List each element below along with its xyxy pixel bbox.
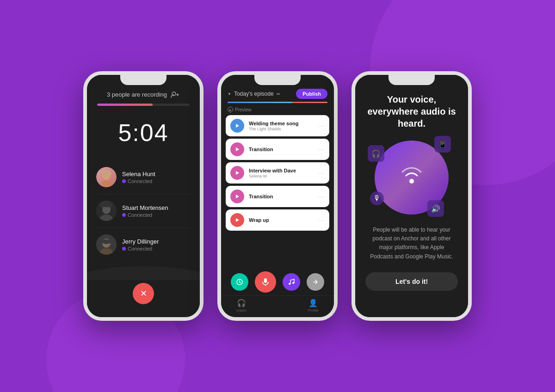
phone-2: ▼ Today's episode ✏ Publish ▶ Preview — [217, 71, 338, 321]
track-item-4: Wrap up ··· — [226, 209, 329, 231]
participant-info-selena: Selena Hunt Connected — [122, 171, 191, 184]
svg-point-5 — [101, 170, 111, 177]
track-list: Welding theme song The Light Shields ···… — [221, 115, 334, 267]
timer-display: 5:04 — [118, 119, 168, 147]
end-call-button[interactable]: ✕ — [133, 283, 154, 304]
track-play-button-2[interactable] — [230, 166, 244, 180]
svg-point-24 — [409, 179, 414, 184]
preview-label: ▶ Preview — [221, 107, 334, 115]
nav-profile-label: Profile — [308, 308, 319, 312]
phone-3-notch — [388, 75, 435, 85]
svg-marker-14 — [236, 124, 239, 128]
track-name-0: Welding theme song — [249, 121, 313, 126]
svg-marker-17 — [236, 195, 239, 198]
phone-3-content: Your voice, everywhere audio is heard. 📱… — [355, 75, 468, 317]
participant-name-selena: Selena Hunt — [122, 171, 191, 178]
phones-container: 3 people are recording 5:04 — [83, 71, 472, 321]
track-info-3: Transition — [249, 194, 313, 200]
avatar-selena — [96, 167, 117, 187]
recording-header: 3 people are recording — [107, 91, 180, 98]
edit-icon[interactable]: ✏ — [277, 92, 280, 97]
participant-item-jerry: Jerry Dillinger Connected — [96, 228, 191, 261]
avatar-stuart — [96, 201, 117, 221]
track-play-button-4[interactable] — [230, 213, 244, 227]
nav-item-listen[interactable]: 🎧 Listen — [236, 299, 246, 312]
episode-header: ▼ Today's episode ✏ Publish — [221, 89, 334, 99]
chevron-down-icon: ▼ — [228, 92, 231, 96]
track-info-1: Transition — [249, 147, 313, 153]
participant-status-jerry: Connected — [122, 246, 191, 251]
device-extra-icon: 🎙 — [370, 191, 384, 205]
track-subtitle-0: The Light Shields — [249, 127, 313, 131]
headphones-icon: 🎧 — [237, 299, 246, 307]
svg-marker-15 — [236, 147, 239, 151]
track-name-3: Transition — [249, 194, 313, 199]
track-more-3[interactable]: ··· — [318, 193, 325, 200]
svg-rect-20 — [264, 278, 267, 283]
svg-point-13 — [102, 239, 111, 244]
track-play-button-1[interactable] — [230, 142, 244, 156]
phone-1: 3 people are recording 5:04 — [83, 71, 204, 321]
phone-2-notch — [254, 75, 301, 85]
track-play-button-3[interactable] — [230, 190, 244, 203]
tagline: Your voice, everywhere audio is heard. — [355, 93, 468, 129]
illustration-circle: 📱 🎧 🔊 🎙 — [375, 141, 449, 214]
track-item-2: Interview with Dave Selena W ··· — [226, 162, 329, 184]
lets-do-it-button[interactable]: Let's do it! — [365, 272, 458, 291]
participant-item-selena: Selena Hunt Connected — [96, 160, 191, 194]
track-item-0: Welding theme song The Light Shields ··· — [226, 115, 329, 136]
track-subtitle-2: Selena W — [249, 174, 313, 178]
recording-title: 3 people are recording — [107, 91, 167, 98]
phone-2-content: ▼ Today's episode ✏ Publish ▶ Preview — [221, 75, 334, 317]
track-item-1: Transition ··· — [226, 139, 329, 160]
participant-info-stuart: Stuart Mortensen Connected — [122, 204, 191, 218]
device-phone-icon: 📱 — [434, 136, 451, 153]
participant-name-jerry: Jerry Dillinger — [122, 238, 191, 245]
status-dot-selena — [122, 179, 126, 183]
participant-status-stuart: Connected — [122, 212, 191, 218]
status-dot-jerry — [122, 247, 126, 251]
track-more-2[interactable]: ··· — [318, 169, 325, 177]
broadcast-icon — [398, 164, 426, 191]
svg-marker-18 — [236, 218, 239, 222]
episode-title-row: ▼ Today's episode ✏ — [228, 91, 280, 97]
recording-progress-bar — [97, 104, 190, 106]
preview-play-icon[interactable]: ▶ — [228, 107, 233, 112]
episode-bar-red — [292, 102, 327, 103]
status-dot-stuart — [122, 213, 126, 217]
device-speaker-icon: 🔊 — [427, 200, 444, 217]
svg-point-22 — [289, 283, 290, 285]
mic-button[interactable] — [255, 271, 276, 293]
participants-list: Selena Hunt Connected — [87, 160, 200, 261]
svg-point-23 — [292, 282, 294, 284]
episode-progress-bar — [228, 102, 327, 103]
track-name-4: Wrap up — [249, 217, 313, 223]
track-info-0: Welding theme song The Light Shields — [249, 121, 313, 131]
bottom-actions — [221, 267, 334, 295]
nav-listen-label: Listen — [236, 308, 246, 312]
episode-bar-blue — [228, 102, 292, 103]
episode-label: Today's episode — [234, 91, 274, 97]
track-more-1[interactable]: ··· — [318, 146, 325, 153]
bottom-nav: 🎧 Listen 👤 Profile — [221, 295, 334, 317]
add-person-icon — [171, 92, 180, 98]
music-action-button[interactable] — [283, 273, 300, 291]
phone-3: Your voice, everywhere audio is heard. 📱… — [352, 71, 472, 321]
track-more-0[interactable]: ··· — [318, 122, 325, 129]
phone-1-content: 3 people are recording 5:04 — [87, 75, 200, 317]
track-play-button-0[interactable] — [230, 119, 244, 133]
teal-action-button[interactable] — [231, 273, 248, 291]
track-name-1: Transition — [249, 147, 313, 152]
participant-info-jerry: Jerry Dillinger Connected — [122, 238, 191, 251]
track-info-4: Wrap up — [249, 217, 313, 223]
participant-item-stuart: Stuart Mortensen Connected — [96, 194, 191, 228]
avatar-jerry — [96, 234, 117, 255]
publish-button[interactable]: Publish — [296, 89, 327, 99]
track-name-2: Interview with Dave — [249, 168, 313, 173]
progress-bar-fill — [97, 104, 153, 106]
track-info-2: Interview with Dave Selena W — [249, 168, 313, 178]
nav-item-profile[interactable]: 👤 Profile — [308, 299, 319, 312]
track-more-4[interactable]: ··· — [318, 216, 325, 224]
profile-icon: 👤 — [308, 299, 318, 307]
arrow-action-button[interactable] — [307, 273, 324, 291]
